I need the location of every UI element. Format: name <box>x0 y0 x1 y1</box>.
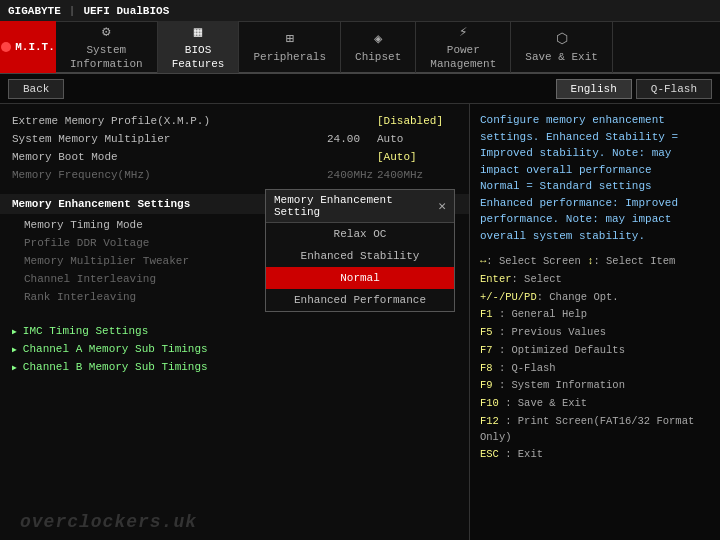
key-line-f8: F8 : Q-Flash <box>480 361 710 377</box>
save-exit-icon: ⬡ <box>556 30 568 48</box>
popup-close-button[interactable]: ✕ <box>438 198 446 214</box>
imc-timing-row[interactable]: IMC Timing Settings <box>0 322 469 340</box>
boot-mode-label: Memory Boot Mode <box>12 151 377 163</box>
freq-value1: 2400MHz <box>327 169 377 181</box>
multiplier-label: System Memory Multiplier <box>12 133 327 145</box>
key-line-f1: F1 : General Help <box>480 307 710 323</box>
ch-a-label: Channel A Memory Sub Timings <box>23 343 208 355</box>
bios-name: UEFI DualBIOS <box>83 5 169 17</box>
mit-label: M.I.T. <box>15 41 55 53</box>
boot-mode-value: [Auto] <box>377 151 457 163</box>
key-line-f12: F12 : Print Screen(FAT16/32 Format Only) <box>480 414 710 446</box>
mit-button[interactable]: M.I.T. <box>0 21 56 73</box>
back-button[interactable]: Back <box>8 79 64 99</box>
key-line-f10: F10 : Save & Exit <box>480 396 710 412</box>
option-normal[interactable]: Normal <box>266 267 454 289</box>
tab-power-label1: Power <box>447 43 480 57</box>
sub-header: Back English Q-Flash <box>0 74 720 104</box>
brand-bar: GIGABYTE | UEFI DualBIOS <box>0 0 720 22</box>
imc-timing-label: IMC Timing Settings <box>23 325 148 337</box>
bios-features-icon: ▦ <box>194 23 202 41</box>
freq-label: Memory Frequency(MHz) <box>12 169 327 181</box>
nav-tabs: M.I.T. ⚙ System Information ▦ BIOS Featu… <box>0 22 720 74</box>
tab-bios-features-label2: Features <box>172 57 225 71</box>
ch-a-row[interactable]: Channel A Memory Sub Timings <box>0 340 469 358</box>
tab-chipset-label: Chipset <box>355 50 401 64</box>
key-line-f7: F7 : Optimized Defaults <box>480 343 710 359</box>
key-line-change: +/-/PU/PD: Change Opt. <box>480 290 710 306</box>
multiplier-value2: Auto <box>377 133 457 145</box>
tab-peripherals-label: Peripherals <box>253 50 326 64</box>
option-enhanced-stability[interactable]: Enhanced Stability <box>266 245 454 267</box>
tab-power-label2: Management <box>430 57 496 71</box>
option-relax-oc[interactable]: Relax OC <box>266 223 454 245</box>
popup-title-bar: Memory Enhancement Setting ✕ <box>266 190 454 223</box>
xmp-value: [Disabled] <box>377 115 457 127</box>
power-icon: ⚡ <box>459 23 467 41</box>
tab-bios-features-label1: BIOS <box>185 43 211 57</box>
xmp-label: Extreme Memory Profile(X.M.P.) <box>12 115 377 127</box>
xmp-row[interactable]: Extreme Memory Profile(X.M.P.) [Disabled… <box>0 112 469 130</box>
key-line-f9: F9 : System Information <box>480 378 710 394</box>
help-description: Configure memory enhancement settings. E… <box>480 112 710 244</box>
multiplier-row[interactable]: System Memory Multiplier 24.00 Auto <box>0 130 469 148</box>
language-button[interactable]: English <box>556 79 632 99</box>
watermark: overclockers.uk <box>20 512 197 532</box>
tab-save-exit[interactable]: ⬡ Save & Exit <box>511 21 613 73</box>
ch-b-label: Channel B Memory Sub Timings <box>23 361 208 373</box>
option-enhanced-performance[interactable]: Enhanced Performance <box>266 289 454 311</box>
freq-value2: 2400MHz <box>377 169 457 181</box>
key-line-arrows: ↔: Select Screen ↕: Select Item <box>480 254 710 270</box>
tab-power[interactable]: ⚡ Power Management <box>416 21 511 73</box>
key-line-esc: ESC : Exit <box>480 447 710 463</box>
key-line-enter: Enter: Select <box>480 272 710 288</box>
key-line-f5: F5 : Previous Values <box>480 325 710 341</box>
left-panel: Extreme Memory Profile(X.M.P.) [Disabled… <box>0 104 470 540</box>
main-content: Extreme Memory Profile(X.M.P.) [Disabled… <box>0 104 720 540</box>
mit-dot <box>1 42 11 52</box>
peripherals-icon: ⊞ <box>286 30 294 48</box>
dropdown-popup: Memory Enhancement Setting ✕ Relax OC En… <box>265 189 455 312</box>
chipset-icon: ◈ <box>374 30 382 48</box>
popup-title-text: Memory Enhancement Setting <box>274 194 438 218</box>
tab-system-info-label1: System <box>87 43 127 57</box>
freq-row: Memory Frequency(MHz) 2400MHz 2400MHz <box>0 166 469 184</box>
tab-save-exit-label: Save & Exit <box>525 50 598 64</box>
tab-system-info-label2: Information <box>70 57 143 71</box>
tab-bios-features[interactable]: ▦ BIOS Features <box>158 21 240 73</box>
right-panel: Configure memory enhancement settings. E… <box>470 104 720 540</box>
system-info-icon: ⚙ <box>102 23 110 41</box>
multiplier-value1: 24.00 <box>327 133 377 145</box>
key-help-section: ↔: Select Screen ↕: Select Item Enter: S… <box>480 254 710 463</box>
boot-mode-row[interactable]: Memory Boot Mode [Auto] <box>0 148 469 166</box>
ch-b-row[interactable]: Channel B Memory Sub Timings <box>0 358 469 376</box>
tab-chipset[interactable]: ◈ Chipset <box>341 21 416 73</box>
tab-system-info[interactable]: ⚙ System Information <box>56 21 158 73</box>
qflash-button[interactable]: Q-Flash <box>636 79 712 99</box>
tab-peripherals[interactable]: ⊞ Peripherals <box>239 21 341 73</box>
brand-name: GIGABYTE <box>8 5 61 17</box>
